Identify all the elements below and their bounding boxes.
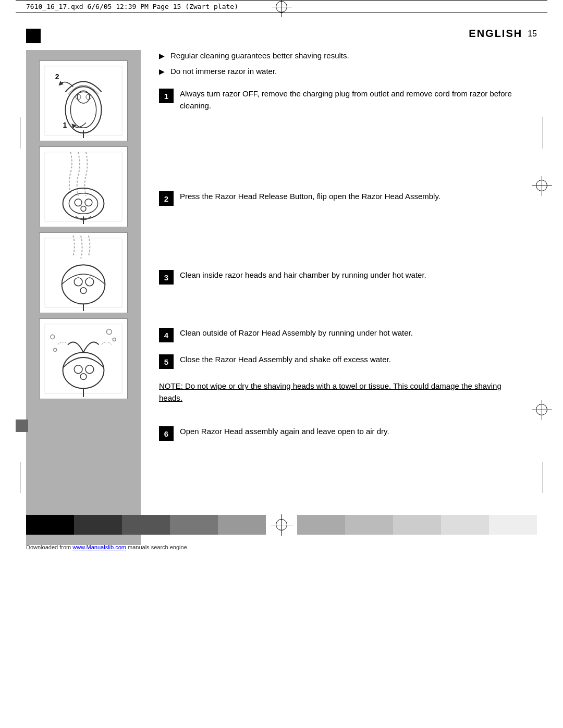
color-swatch-1 (26, 515, 74, 535)
page-title-row: ENGLISH 15 (26, 18, 537, 45)
bullet-item-1: ▶ Regular cleaning guarantees better sha… (159, 50, 521, 61)
step-text-4: Clean outside of Razor Head Assembly by … (180, 327, 413, 339)
side-rule-right2 (543, 462, 543, 493)
manualslib-link[interactable]: www.Manualslib.com (72, 544, 126, 550)
spacer-4 (159, 415, 521, 426)
bullet-text-1: Regular cleaning guarantees better shavi… (170, 50, 349, 61)
color-swatch-3 (122, 515, 170, 535)
bullets-section: ▶ Regular cleaning guarantees better sha… (159, 50, 521, 77)
step-1: 1 Always turn razor OFF, remove the char… (159, 88, 521, 112)
color-swatch-8 (393, 515, 441, 535)
step-num-5: 5 (159, 354, 174, 369)
bullet-diamond-2: ▶ (159, 67, 166, 77)
footer-color-bar (26, 515, 537, 535)
reg-mark-right-top (536, 180, 547, 191)
header-bar: 7610_16_17.qxd 6/6/05 12:39 PM Page 15 (… (16, 0, 547, 13)
reg-mark-left-bottom (16, 419, 28, 432)
downloaded-suffix: manuals search engine (126, 544, 187, 550)
step-4: 4 Clean outside of Razor Head Assembly b… (159, 327, 521, 342)
step-5: 5 Close the Razor Head Assembly and shak… (159, 354, 521, 369)
note-text: NOTE: Do not wipe or dry the shaving hea… (159, 381, 501, 402)
step-text-3: Clean inside razor heads and hair chambe… (180, 269, 426, 281)
step-num-1: 1 (159, 89, 174, 103)
note-section: NOTE: Do not wipe or dry the shaving hea… (159, 380, 521, 404)
bullet-diamond-1: ▶ (159, 51, 166, 61)
spacer-1 (159, 123, 521, 191)
color-swatch-7 (345, 515, 393, 535)
step-3: 3 Clean inside razor heads and hair cham… (159, 269, 521, 285)
sidebar: 2 1 (26, 50, 141, 545)
spacer-3 (159, 296, 521, 327)
page-title: ENGLISH (469, 28, 522, 40)
step-num-2: 2 (159, 191, 174, 206)
reg-mark-right-bottom (536, 404, 547, 415)
step-text-2: Press the Razor Head Release Button, fli… (180, 191, 440, 203)
step-num-6: 6 (159, 426, 174, 441)
svg-text:1: 1 (63, 121, 67, 129)
step-2: 2 Press the Razor Head Release Button, f… (159, 191, 521, 206)
color-swatch-2 (74, 515, 122, 535)
step-num-4: 4 (159, 328, 174, 342)
side-rule-left2 (20, 462, 20, 493)
footer-crosshair (266, 519, 297, 530)
step-6: 6 Open Razor Head assembly again and lea… (159, 426, 521, 441)
side-rule-left (20, 117, 20, 149)
side-rule-right (543, 117, 543, 149)
main-layout: 2 1 (26, 50, 537, 545)
svg-rect-22 (45, 324, 122, 393)
svg-rect-16 (45, 238, 122, 307)
step-text-5: Close the Razor Head Assembly and shake … (180, 354, 391, 366)
bullet-text-2: Do not immerse razor in water. (170, 66, 277, 77)
page-number: 15 (528, 29, 537, 39)
header-file-info: 7610_16_17.qxd 6/6/05 12:39 PM Page 15 (… (26, 3, 238, 10)
color-swatch-4 (170, 515, 218, 535)
color-swatch-5 (218, 515, 266, 535)
step-text-6: Open Razor Head assembly again and leave… (180, 426, 389, 438)
reg-mark-black (26, 29, 41, 43)
color-swatch-10 (489, 515, 537, 535)
downloaded-text: Downloaded from (26, 544, 72, 550)
header-crosshair (276, 1, 287, 13)
instruction-image-1: 2 1 (39, 60, 128, 141)
content-area: ▶ Regular cleaning guarantees better sha… (141, 50, 537, 452)
color-swatch-6 (297, 515, 345, 535)
spacer-2 (159, 217, 521, 269)
step-num-3: 3 (159, 270, 174, 285)
page-content: ENGLISH 15 2 1 (0, 13, 563, 556)
instruction-image-2 (39, 146, 128, 227)
instruction-image-3 (39, 232, 128, 313)
step-text-1: Always turn razor OFF, remove the chargi… (180, 88, 521, 112)
color-swatch-9 (441, 515, 489, 535)
bullet-item-2: ▶ Do not immerse razor in water. (159, 66, 521, 77)
instruction-image-4 (39, 318, 128, 399)
downloaded-from: Downloaded from www.Manualslib.com manua… (26, 544, 187, 550)
svg-text:2: 2 (55, 72, 59, 81)
